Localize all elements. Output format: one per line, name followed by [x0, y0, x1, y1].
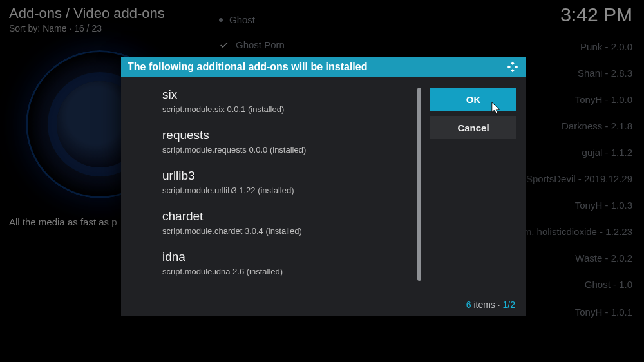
- svg-rect-1: [507, 65, 511, 68]
- addon-detail: script.module.urllib3 1.22 (installed): [162, 186, 413, 195]
- dialog-titlebar: The following additional add-ons will be…: [121, 57, 526, 77]
- svg-rect-2: [515, 65, 518, 68]
- svg-rect-0: [511, 62, 514, 65]
- dependency-list[interactable]: six script.module.six 0.0.1 (installed) …: [130, 88, 421, 291]
- addon-detail: script.module.six 0.0.1 (installed): [162, 104, 413, 114]
- list-item[interactable]: six script.module.six 0.0.1 (installed): [162, 88, 413, 114]
- list-item[interactable]: chardet script.module.chardet 3.0.4 (ins…: [162, 209, 413, 236]
- list-item[interactable]: idna script.module.idna 2.6 (installed): [162, 250, 413, 276]
- addon-detail: script.module.idna 2.6 (installed): [162, 267, 413, 276]
- dialog-title: The following additional add-ons will be…: [128, 61, 367, 73]
- addon-detail: script.module.requests 0.0.0 (installed): [162, 145, 413, 155]
- scrollbar[interactable]: [417, 88, 421, 281]
- addon-name: idna: [162, 250, 413, 264]
- svg-rect-3: [511, 69, 514, 72]
- list-item[interactable]: urllib3 script.module.urllib3 1.22 (inst…: [162, 169, 413, 195]
- addon-name: requests: [162, 128, 413, 142]
- dialog-footer: 6 items · 1/2: [121, 297, 526, 316]
- list-item[interactable]: requests script.module.requests 0.0.0 (i…: [162, 128, 413, 155]
- cancel-button[interactable]: Cancel: [430, 116, 516, 139]
- kodi-logo-icon: [506, 61, 519, 73]
- addon-name: urllib3: [162, 169, 413, 183]
- addon-name: chardet: [162, 209, 413, 224]
- item-count: 6: [466, 300, 471, 310]
- page-indicator: 1/2: [503, 300, 515, 310]
- install-dependencies-dialog: The following additional add-ons will be…: [121, 57, 526, 316]
- addon-name: six: [162, 88, 413, 102]
- addon-detail: script.module.chardet 3.0.4 (installed): [162, 226, 413, 236]
- ok-button[interactable]: OK: [430, 88, 516, 111]
